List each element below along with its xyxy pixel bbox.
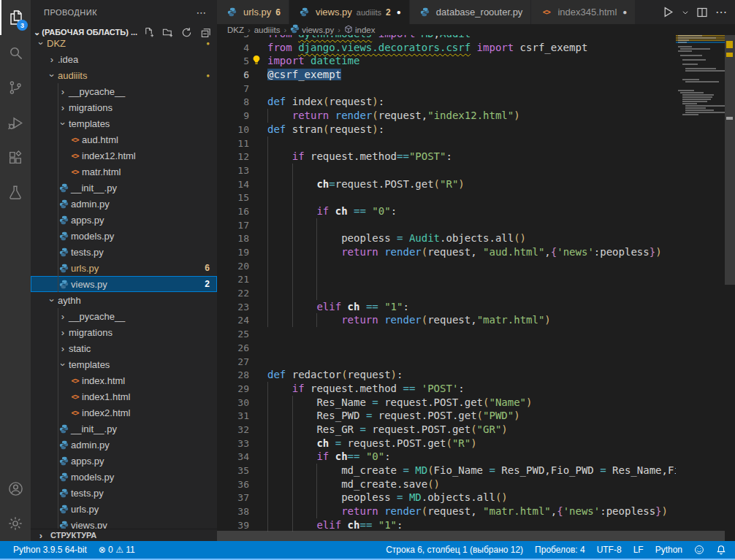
code-line-25[interactable]: 25 bbox=[217, 327, 676, 341]
new-folder-icon[interactable] bbox=[162, 27, 173, 38]
breadcrumb-item-DKZ[interactable]: DKZ bbox=[227, 26, 244, 34]
tree-file-index2.html[interactable]: <>index2.html bbox=[31, 404, 217, 421]
code-line-38[interactable]: 38 return render(request, "matr.html",{'… bbox=[217, 505, 676, 518]
tree-folder-templates[interactable]: ›templates bbox=[31, 356, 217, 372]
code-line-27[interactable]: 27 bbox=[217, 355, 676, 369]
settings-gear-icon[interactable] bbox=[0, 506, 31, 541]
minimap[interactable] bbox=[676, 35, 725, 541]
code-line-35[interactable]: 35 md_create = MD(Fio_Name = Res_PWD,Fio… bbox=[217, 464, 676, 477]
tree-file-index.html[interactable]: <>index.html bbox=[31, 372, 217, 388]
run-dropdown-chevron-icon[interactable] bbox=[682, 9, 689, 16]
code-line-16[interactable]: 16 if ch == "0": bbox=[217, 204, 676, 218]
refresh-icon[interactable] bbox=[181, 27, 192, 38]
code-line-31[interactable]: 31 Res_PWD = request.POST.get("PWD") bbox=[217, 409, 676, 423]
tree-file-views.py[interactable]: views.py2 bbox=[31, 276, 217, 292]
code-line-4[interactable]: 4from django.views.decorators.csrf impor… bbox=[217, 41, 676, 55]
code-line-19[interactable]: 19 return render(request, "aud.html",{'n… bbox=[217, 245, 676, 259]
run-button[interactable] bbox=[662, 6, 674, 18]
tree-file-__init__.py[interactable]: __init__.py bbox=[31, 421, 217, 437]
extensions-icon[interactable] bbox=[0, 140, 31, 175]
split-editor-icon[interactable] bbox=[696, 7, 708, 18]
code-line-12[interactable]: 12 if request.method=="POST": bbox=[217, 150, 676, 164]
explorer-icon[interactable]: 3 bbox=[0, 0, 31, 35]
status-language-mode[interactable]: Python bbox=[655, 545, 682, 555]
tree-folder-__pycache__[interactable]: ›__pycache__ bbox=[31, 308, 217, 324]
code-line-28[interactable]: 28def redactor(request): bbox=[217, 368, 676, 382]
tree-file-apps.py[interactable]: apps.py bbox=[31, 453, 217, 469]
tab-database_roouter.py[interactable]: database_roouter.py bbox=[410, 0, 532, 24]
code-line-22[interactable]: 22 bbox=[217, 286, 676, 300]
status-cursor-position[interactable]: Строка 6, столбец 1 (выбрано 12) bbox=[386, 545, 523, 555]
code-line-29[interactable]: 29 if request.method == 'POST': bbox=[217, 382, 676, 396]
tree-file-admin.py[interactable]: admin.py bbox=[31, 196, 217, 212]
collapse-all-icon[interactable] bbox=[200, 27, 211, 38]
modified-dot-icon[interactable]: ● bbox=[622, 8, 627, 16]
code-line-34[interactable]: 34 if ch== "0": bbox=[217, 450, 676, 464]
tree-file-tests.py[interactable]: tests.py bbox=[31, 244, 217, 260]
code-line-13[interactable]: 13 bbox=[217, 164, 676, 177]
horizontal-scrollbar[interactable] bbox=[217, 531, 725, 541]
tree-folder-migrations[interactable]: ›migrations bbox=[31, 324, 217, 340]
code-line-3[interactable]: 3from aythh.models import MD,Audit bbox=[217, 35, 676, 41]
tab-urls.py[interactable]: urls.py6 bbox=[217, 0, 289, 24]
code-line-9[interactable]: 9 return render(request,"index12.html") bbox=[217, 109, 676, 123]
tree-file-apps.py[interactable]: apps.py bbox=[31, 212, 217, 228]
status-problems[interactable]: ⊗ 0 ⚠ 11 bbox=[99, 545, 135, 555]
code-line-23[interactable]: 23 elif ch == "1": bbox=[217, 300, 676, 314]
tree-file-models.py[interactable]: models.py bbox=[31, 228, 217, 244]
more-actions-icon[interactable]: ⋯ bbox=[715, 5, 728, 19]
code-line-5[interactable]: 5import datetime bbox=[217, 54, 676, 68]
breadcrumb-item-audiiits[interactable]: audiiits bbox=[254, 26, 281, 34]
tree-file-urls.py[interactable]: urls.py bbox=[31, 501, 217, 517]
account-icon[interactable] bbox=[0, 471, 31, 506]
code-line-10[interactable]: 10def stran(request): bbox=[217, 123, 676, 137]
tree-file-index1.html[interactable]: <>index1.html bbox=[31, 388, 217, 404]
workspace-section-header[interactable]: ⌄ (РАБОЧАЯ ОБЛАСТЬ) ... bbox=[31, 24, 217, 40]
status-feedback-icon[interactable] bbox=[694, 545, 704, 555]
code-line-17[interactable]: 17 bbox=[217, 218, 676, 232]
breadcrumb-item-views.py[interactable]: views.py bbox=[290, 24, 334, 35]
code-line-36[interactable]: 36 md_create.save() bbox=[217, 477, 676, 491]
code-line-39[interactable]: 39 elif ch== "1": bbox=[217, 518, 676, 532]
sidebar-more-actions-icon[interactable]: ⋯ bbox=[197, 7, 207, 18]
search-icon[interactable] bbox=[0, 35, 31, 70]
modified-dot-icon[interactable]: ● bbox=[397, 8, 401, 16]
code-line-11[interactable]: 11 bbox=[217, 137, 676, 150]
new-file-icon[interactable] bbox=[143, 27, 154, 38]
status-indentation[interactable]: Пробелов: 4 bbox=[535, 545, 585, 555]
code-line-33[interactable]: 33 ch = request.POST.get("R") bbox=[217, 437, 676, 450]
tree-folder-.idea[interactable]: ›.idea bbox=[31, 51, 217, 67]
code-line-15[interactable]: 15 bbox=[217, 191, 676, 204]
code-line-18[interactable]: 18 peopless = Audit.objects.all() bbox=[217, 231, 676, 245]
tree-file-__init__.py[interactable]: __init__.py bbox=[31, 180, 217, 196]
code-line-30[interactable]: 30 Res_Name = request.POST.get("Name") bbox=[217, 396, 676, 410]
tree-folder-aythh[interactable]: ›aythh bbox=[31, 292, 217, 308]
tree-file-urls.py[interactable]: urls.py6 bbox=[31, 260, 217, 276]
source-control-icon[interactable] bbox=[0, 70, 31, 105]
code-line-37[interactable]: 37 peopless = MD.objects.all() bbox=[217, 491, 676, 505]
code-line-20[interactable]: 20 bbox=[217, 259, 676, 273]
code-line-26[interactable]: 26 bbox=[217, 341, 676, 355]
tree-folder-audiiits[interactable]: ›audiiits● bbox=[31, 67, 217, 83]
outline-section-header[interactable]: › СТРУКТУРА bbox=[31, 529, 217, 541]
code-line-32[interactable]: 32 Res_GR = request.POST.get("GR") bbox=[217, 423, 676, 437]
tree-file-admin.py[interactable]: admin.py bbox=[31, 437, 217, 453]
lightbulb-icon[interactable] bbox=[251, 55, 262, 65]
breadcrumb-item-index[interactable]: index bbox=[344, 25, 376, 35]
tree-file-aud.html[interactable]: <>aud.html bbox=[31, 131, 217, 147]
tree-folder-migrations[interactable]: ›migrations bbox=[31, 99, 217, 115]
tree-folder-templates[interactable]: ›templates bbox=[31, 115, 217, 131]
tree-folder-__pycache__[interactable]: ›__pycache__ bbox=[31, 83, 217, 99]
code-line-14[interactable]: 14 ch=request.POST.get("R") bbox=[217, 177, 676, 191]
status-bell-icon[interactable] bbox=[716, 545, 726, 555]
tree-file-matr.html[interactable]: <>matr.html bbox=[31, 164, 217, 180]
status-eol[interactable]: LF bbox=[633, 545, 644, 555]
code-line-6[interactable]: 6@csrf_exempt bbox=[217, 68, 676, 82]
code-area[interactable]: 3from aythh.models import MD,Audit4from … bbox=[217, 35, 735, 541]
testing-icon[interactable] bbox=[0, 175, 31, 210]
code-line-21[interactable]: 21 bbox=[217, 272, 676, 286]
tree-file-tests.py[interactable]: tests.py bbox=[31, 485, 217, 501]
tab-views.py[interactable]: views.pyaudiiits2● bbox=[289, 0, 410, 24]
code-line-7[interactable]: 7 bbox=[217, 82, 676, 96]
tree-folder-static[interactable]: ›static bbox=[31, 340, 217, 356]
